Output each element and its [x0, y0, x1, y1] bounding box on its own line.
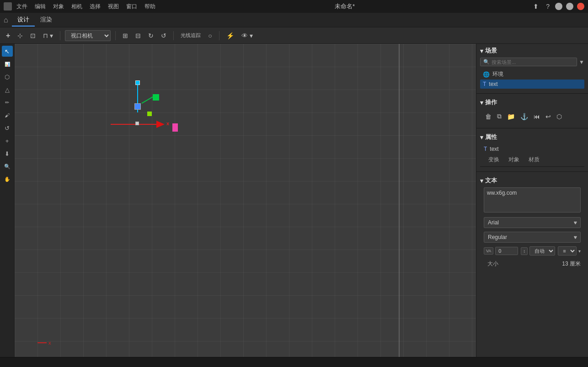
- x-axis-arrow: [156, 121, 165, 128]
- shape-btn[interactable]: ⬡: [2, 71, 13, 82]
- operations-section: ▾ 操作 🗑 ⧉ 📁 ⚓ ⏮ ↩ ⬡: [476, 96, 588, 126]
- maximize-button[interactable]: [566, 3, 573, 10]
- spacing-select[interactable]: 自动: [529, 246, 555, 255]
- scene-collapse-arrow[interactable]: ▾: [480, 48, 483, 54]
- green-circle-handle[interactable]: [153, 94, 159, 101]
- font-name: Arial: [488, 219, 499, 226]
- frame-tool[interactable]: ⊡: [28, 31, 38, 41]
- prop-tab-material[interactable]: 材质: [524, 154, 544, 166]
- divider-2: [476, 128, 588, 128]
- scene-search[interactable]: 🔍: [480, 58, 577, 66]
- menu-file[interactable]: 文件: [14, 2, 30, 11]
- menu-select[interactable]: 选择: [87, 2, 103, 11]
- icon2-button[interactable]: ⊟: [133, 31, 143, 41]
- font-select-row: Arial ▾: [480, 215, 584, 230]
- va-icon: VA: [484, 247, 493, 255]
- style-select-wrapper: Regular ▾: [484, 232, 581, 243]
- more-icon[interactable]: ⚡: [224, 31, 236, 41]
- font-select[interactable]: Arial ▾: [484, 217, 581, 228]
- delete-button[interactable]: 🗑: [484, 112, 493, 122]
- menu-camera[interactable]: 相机: [69, 2, 85, 11]
- prop-tab-transform[interactable]: 变换: [484, 154, 504, 166]
- menu-object[interactable]: 对象: [50, 2, 67, 11]
- x-axis-square: [135, 122, 139, 125]
- va-input[interactable]: [495, 247, 518, 255]
- eye-icon[interactable]: 👁 ▾: [239, 31, 255, 41]
- home-button[interactable]: ⌂: [4, 16, 8, 24]
- ops-collapse-arrow[interactable]: ▾: [480, 99, 483, 106]
- viewport[interactable]: x x: [15, 44, 476, 357]
- align-input-group: ≡ ▾: [558, 246, 581, 255]
- add-btn[interactable]: +: [2, 135, 13, 146]
- scene-search-row: 🔍 ▼: [480, 58, 584, 66]
- close-button[interactable]: [577, 3, 584, 10]
- separator-3: [173, 31, 174, 40]
- menu-view[interactable]: 视图: [105, 2, 122, 11]
- help-button[interactable]: ?: [544, 2, 551, 11]
- size-label: 大小: [484, 259, 502, 269]
- scene-search-input[interactable]: [492, 59, 574, 65]
- paint-btn[interactable]: 🖌: [2, 110, 13, 121]
- search-btn[interactable]: 🔍: [2, 161, 13, 172]
- style-name: Regular: [488, 234, 507, 240]
- style-select-row: Regular ▾: [480, 230, 584, 245]
- anchor-button[interactable]: ⚓: [519, 112, 529, 122]
- operations-row: 🗑 ⧉ 📁 ⚓ ⏮ ↩ ⬡: [480, 109, 584, 123]
- text-props-section: ▾ 文本 ww.x6g.com Arial ▾ Regu: [476, 174, 588, 273]
- scene-item-text[interactable]: T text: [480, 80, 584, 89]
- scene-objects: x: [15, 44, 476, 357]
- rotate-btn[interactable]: ↺: [2, 122, 13, 133]
- text-props-arrow[interactable]: ▾: [480, 177, 483, 184]
- mesh-button[interactable]: ⬡: [555, 112, 563, 122]
- icon4-button[interactable]: ↺: [159, 31, 169, 41]
- top-handle[interactable]: [135, 80, 140, 85]
- scene-title: ▾ 场景: [480, 47, 497, 55]
- scene-item-environment[interactable]: 🌐 环境: [480, 69, 584, 80]
- folder-button[interactable]: 📁: [506, 112, 516, 122]
- icon1-button[interactable]: ⊞: [120, 31, 130, 41]
- minimize-button[interactable]: [555, 3, 562, 10]
- pivot-handle[interactable]: [134, 103, 141, 110]
- toolbar: + ⊹ ⊡ ⊓ ▾ 视口相机 ⊞ ⊟ ↻ ↺ 光线追踪 ○ ⚡ 👁 ▾: [0, 27, 588, 44]
- green-sq-handle[interactable]: [147, 112, 152, 116]
- text-label: text: [489, 81, 497, 87]
- search-icon: 🔍: [483, 59, 490, 65]
- style-select[interactable]: Regular ▾: [484, 232, 581, 243]
- menu-window[interactable]: 窗口: [123, 2, 140, 11]
- raytracing-label: 光线追踪: [178, 31, 203, 40]
- pen-btn[interactable]: ✏: [2, 97, 13, 108]
- raytracing-toggle[interactable]: ○: [206, 31, 214, 41]
- menu-help[interactable]: 帮助: [142, 2, 158, 11]
- select-tool[interactable]: ⊹: [15, 31, 25, 41]
- props-collapse-arrow[interactable]: ▾: [480, 134, 483, 141]
- environment-icon: 🌐: [483, 71, 490, 78]
- undo-button[interactable]: ↩: [544, 112, 552, 122]
- stats-btn[interactable]: 📊: [2, 59, 13, 69]
- prev-button[interactable]: ⏮: [532, 112, 541, 122]
- align-select[interactable]: ≡: [558, 246, 577, 255]
- font-select-wrapper: Arial ▾: [484, 217, 581, 228]
- prop-object-row: T text: [480, 144, 584, 154]
- icon3-button[interactable]: ↻: [146, 31, 156, 41]
- select-tool-btn[interactable]: ↖: [2, 46, 13, 57]
- divider-3: [476, 171, 588, 172]
- export-button[interactable]: ⬆: [531, 2, 540, 11]
- tab-design[interactable]: 设计: [12, 14, 35, 27]
- import-btn[interactable]: ⬇: [2, 148, 13, 159]
- properties-title: ▾ 属性: [480, 133, 497, 141]
- filter-button[interactable]: ▼: [579, 59, 584, 65]
- axis-indicator: x: [37, 340, 51, 346]
- properties-section: ▾ 属性 T text 变换 对象 材质: [476, 130, 588, 170]
- prop-object-name: text: [490, 146, 498, 152]
- add-button[interactable]: +: [4, 30, 12, 41]
- camera-select[interactable]: 视口相机: [65, 30, 111, 41]
- menu-edit[interactable]: 编辑: [32, 2, 48, 11]
- hand-btn[interactable]: ✋: [2, 174, 13, 185]
- copy-button[interactable]: ⧉: [496, 111, 503, 122]
- magnet-tool[interactable]: ⊓ ▾: [41, 31, 55, 41]
- window-title: 未命名*: [335, 2, 355, 11]
- prop-tab-object[interactable]: 对象: [504, 154, 524, 166]
- poly-btn[interactable]: △: [2, 84, 13, 95]
- tab-render[interactable]: 渲染: [35, 14, 58, 27]
- text-content-area[interactable]: ww.x6g.com: [484, 187, 581, 213]
